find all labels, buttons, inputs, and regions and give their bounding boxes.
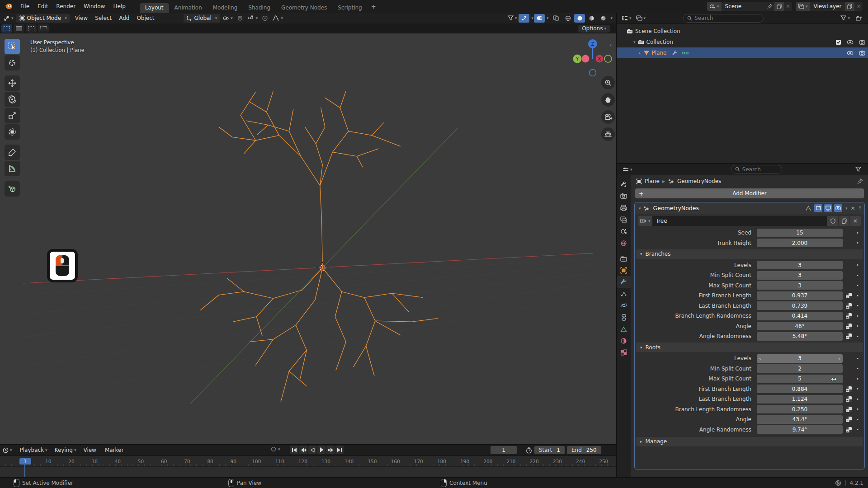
animate-dot[interactable]: • <box>854 386 861 391</box>
outliner-display-mode-button[interactable]: ▾ <box>635 14 647 23</box>
drag-handle-icon[interactable]: ⠿ <box>859 206 862 211</box>
modifier-name-field[interactable]: GeometryNodes <box>651 205 803 211</box>
jump-to-start-button[interactable] <box>290 446 298 454</box>
menu-item[interactable]: View <box>71 15 91 21</box>
animate-dot[interactable]: • <box>854 427 861 432</box>
properties-editor-type-button[interactable]: ▾ <box>622 165 633 174</box>
timeline-track[interactable] <box>0 467 616 478</box>
render-display-toggle[interactable] <box>834 204 842 212</box>
modifier-extras-icon[interactable]: ▾ <box>845 206 848 211</box>
viewlayer-browse-button[interactable]: ▾ <box>796 2 810 11</box>
field-value-slider[interactable]: ‹ 9.74° › <box>757 425 843 434</box>
snap-toggle[interactable] <box>235 14 245 23</box>
tab-texture[interactable] <box>617 347 631 358</box>
outliner-row-plane[interactable]: ▸ Plane <box>617 47 868 58</box>
breadcrumb-object[interactable]: Plane <box>645 178 660 184</box>
workspace-tab[interactable]: Geometry Nodes <box>276 3 332 13</box>
tab-object[interactable] <box>617 264 631 276</box>
menu-item[interactable]: Select <box>91 15 115 21</box>
outliner-row-collection[interactable]: ▾ Collection <box>617 37 868 47</box>
outliner-filter-button[interactable]: ▾ <box>840 14 851 23</box>
field-value-slider[interactable]: ‹ 0.414 › <box>757 312 843 320</box>
animate-dot[interactable]: • <box>854 230 861 235</box>
input-attribute-toggle[interactable] <box>845 333 852 339</box>
tab-material[interactable] <box>617 335 631 347</box>
select-mode-new-button[interactable] <box>1 24 12 33</box>
breadcrumb-modifier[interactable]: GeometryNodes <box>677 178 721 184</box>
play-button[interactable] <box>317 446 326 454</box>
menu-item[interactable]: Help <box>109 0 129 13</box>
zoom-button[interactable] <box>601 76 615 89</box>
unlink-node-group-button[interactable]: × <box>849 216 861 226</box>
workspace-tab[interactable]: Animation <box>169 3 208 13</box>
field-value-slider[interactable]: ‹ 3 › <box>757 354 843 363</box>
workspace-tab[interactable]: Layout <box>140 3 169 13</box>
mode-selector[interactable]: Object Mode ▾ <box>16 14 70 23</box>
on-cage-toggle[interactable] <box>814 204 822 212</box>
tool-rotate[interactable] <box>5 92 20 107</box>
select-mode-invert-button[interactable] <box>38 24 49 33</box>
disable-render-camera-icon[interactable] <box>859 39 865 45</box>
exclude-checkbox[interactable] <box>835 39 841 45</box>
shading-material-button[interactable] <box>586 14 597 23</box>
field-value-slider[interactable]: ‹ 5 › <box>757 375 843 383</box>
workspace-tab[interactable]: Shading <box>243 3 276 13</box>
tab-constraints[interactable] <box>617 311 631 323</box>
tab-object-data[interactable] <box>617 323 631 335</box>
tab-tool[interactable] <box>617 178 631 190</box>
blender-logo-icon[interactable] <box>0 3 16 9</box>
browse-node-group-button[interactable]: ▾ <box>638 216 652 226</box>
tab-particles[interactable] <box>617 288 631 300</box>
new-scene-button[interactable] <box>774 2 784 11</box>
animate-dot[interactable]: • <box>854 293 861 298</box>
modifier-wrench-icon[interactable] <box>672 50 678 56</box>
ortho-grid-button[interactable] <box>601 127 615 141</box>
end-frame-field[interactable]: End 250 <box>567 446 601 454</box>
viewlayer-name[interactable]: ViewLayer <box>810 3 845 9</box>
sidebar-collapse-icon[interactable]: ‹ <box>609 42 612 48</box>
field-value-slider[interactable]: ‹ 1.124 › <box>757 395 843 404</box>
options-dropdown[interactable]: Options ▾ <box>578 25 610 33</box>
outliner-editor-type-button[interactable]: ▾ <box>621 14 632 23</box>
field-value-slider[interactable]: ‹ 5.48° › <box>757 332 843 341</box>
animate-dot[interactable]: • <box>854 314 861 319</box>
copy-node-group-button[interactable] <box>838 216 849 226</box>
next-keyframe-button[interactable] <box>326 446 335 454</box>
menu-item[interactable]: Marker <box>101 447 128 453</box>
input-attribute-toggle[interactable] <box>845 303 852 309</box>
field-value-slider[interactable]: ‹ 3 › <box>757 261 843 269</box>
new-collection-button[interactable] <box>854 14 864 23</box>
menu-item[interactable]: Object <box>133 15 158 21</box>
start-frame-field[interactable]: Start 1 <box>534 446 565 454</box>
tool-add-cube[interactable] <box>5 181 20 197</box>
section-branches[interactable]: ▾ Branches <box>636 249 863 259</box>
tab-render[interactable] <box>617 190 631 202</box>
viewport-canvas[interactable]: User Perspective (1) Collection | Plane <box>0 33 616 444</box>
menu-item[interactable]: Render <box>52 0 80 13</box>
camera-view-button[interactable] <box>601 110 615 124</box>
tool-select-box[interactable] <box>5 39 20 54</box>
properties-search-input[interactable]: Search <box>731 165 782 174</box>
input-attribute-toggle[interactable] <box>845 406 852 413</box>
animate-dot[interactable]: • <box>854 263 861 267</box>
auto-keying-toggle[interactable]: ▾ <box>270 446 280 452</box>
add-workspace-button[interactable]: + <box>368 3 380 10</box>
workspace-tab[interactable]: Scripting <box>332 3 367 13</box>
tool-annotate[interactable] <box>5 145 20 160</box>
outliner-row-scene-collection[interactable]: Scene Collection <box>617 26 868 37</box>
input-attribute-toggle[interactable] <box>845 386 852 392</box>
transform-orientation[interactable]: Global ▾ <box>184 14 221 23</box>
panel-expand-icon[interactable]: ▾ <box>639 206 641 211</box>
input-attribute-toggle[interactable] <box>845 323 852 329</box>
tool-transform[interactable] <box>5 124 20 140</box>
tool-scale[interactable] <box>5 108 20 123</box>
navigation-gizmo[interactable]: Z Y X <box>569 35 616 80</box>
animate-dot[interactable]: • <box>854 417 861 422</box>
field-value-slider[interactable]: ‹ 2 › <box>757 364 843 373</box>
play-reverse-button[interactable] <box>308 446 316 454</box>
new-viewlayer-button[interactable] <box>845 2 854 11</box>
tab-output[interactable] <box>617 202 631 214</box>
input-attribute-toggle[interactable] <box>845 313 852 319</box>
scene-name[interactable]: Scene <box>722 3 765 9</box>
input-attribute-toggle[interactable] <box>845 396 852 402</box>
